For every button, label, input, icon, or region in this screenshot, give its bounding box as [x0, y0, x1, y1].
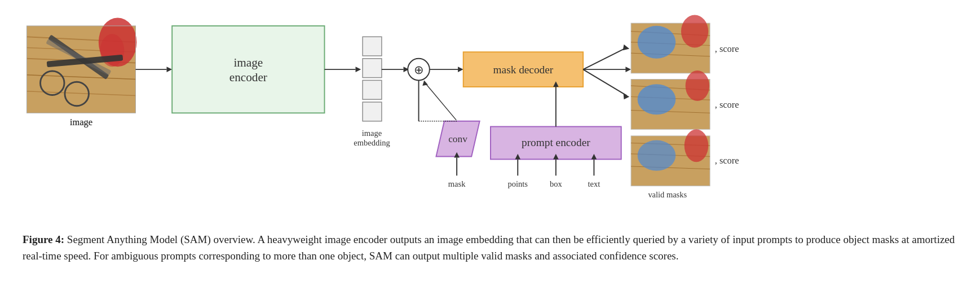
embed-square-1	[363, 37, 382, 56]
svg-point-50	[686, 70, 709, 101]
svg-marker-40	[624, 94, 630, 100]
diagram: image image encoder image embedding ⊕ ma…	[17, 11, 963, 226]
svg-line-35	[583, 47, 626, 69]
box-label: box	[550, 179, 562, 188]
svg-point-54	[638, 140, 676, 171]
svg-point-49	[638, 84, 676, 114]
embedding-label-2: embedding	[354, 138, 390, 147]
score-label-3: , score	[715, 155, 739, 166]
svg-line-23	[425, 83, 456, 120]
embed-square-2	[363, 59, 382, 78]
svg-marker-14	[167, 67, 173, 72]
svg-marker-16	[356, 67, 361, 72]
svg-marker-38	[625, 67, 631, 72]
svg-marker-36	[623, 45, 630, 51]
conv-label: conv	[448, 134, 467, 144]
svg-point-45	[681, 15, 708, 48]
svg-point-55	[685, 129, 708, 162]
score-label-1: , score	[715, 43, 739, 54]
diagram-svg: image image encoder image embedding ⊕ ma…	[17, 11, 963, 226]
plus-symbol: ⊕	[414, 63, 424, 77]
figure-number: Figure 4:	[23, 233, 64, 245]
prompt-encoder-label: prompt encoder	[522, 136, 590, 148]
encoder-label-line2: encoder	[229, 70, 267, 84]
score-label-2: , score	[715, 99, 739, 110]
image-label-text: image	[70, 117, 92, 127]
mask-label: mask	[448, 179, 466, 188]
valid-masks-label: valid masks	[648, 190, 687, 199]
svg-marker-20	[458, 67, 463, 72]
embedding-label-1: image	[362, 129, 382, 138]
svg-line-39	[583, 69, 626, 95]
figure-caption: Figure 4: Segment Anything Model (SAM) o…	[17, 231, 963, 265]
embed-square-3	[363, 80, 382, 99]
mask-decoder-label: mask decoder	[493, 64, 554, 76]
points-label: points	[508, 179, 528, 188]
svg-point-44	[638, 26, 676, 59]
text-label: text	[588, 179, 601, 188]
embed-square-4	[363, 102, 382, 121]
encoder-label-line1: image	[233, 56, 263, 69]
caption-text: Segment Anything Model (SAM) overview. A…	[23, 233, 955, 262]
